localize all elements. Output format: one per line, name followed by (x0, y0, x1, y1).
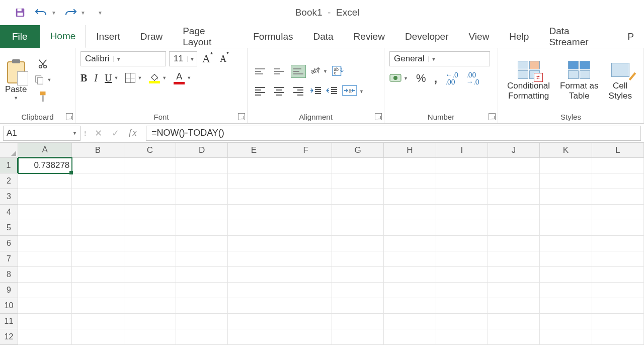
cell-B2[interactable] (72, 173, 124, 189)
cell-F7[interactable] (280, 251, 332, 267)
cell-E4[interactable] (228, 205, 280, 220)
alignment-launcher[interactable] (375, 113, 382, 120)
cell-I8[interactable] (436, 267, 488, 283)
cell-C2[interactable] (124, 173, 176, 189)
cell-L10[interactable] (592, 298, 644, 314)
borders-button[interactable] (125, 73, 135, 83)
column-header-C[interactable]: C (124, 143, 176, 158)
cell-K6[interactable] (540, 236, 592, 251)
fill-color-button[interactable] (149, 73, 160, 83)
tab-view[interactable]: View (459, 25, 500, 48)
cell-A3[interactable] (18, 189, 72, 205)
select-all-corner[interactable] (0, 143, 18, 158)
copy-dropdown[interactable]: ▼ (47, 77, 51, 82)
row-header-1[interactable]: 1 (0, 158, 18, 173)
cell-K11[interactable] (540, 314, 592, 329)
cell-F10[interactable] (280, 298, 332, 314)
cell-I2[interactable] (436, 173, 488, 189)
cell-D1[interactable] (176, 158, 228, 173)
redo-button[interactable] (63, 6, 77, 20)
accounting-format-button[interactable] (389, 72, 401, 85)
format-painter-button[interactable] (37, 90, 48, 104)
cell-D5[interactable] (176, 220, 228, 236)
copy-button[interactable] (34, 74, 45, 85)
column-header-J[interactable]: J (488, 143, 540, 158)
cell-F11[interactable] (280, 314, 332, 329)
cell-F5[interactable] (280, 220, 332, 236)
align-bottom-button[interactable] (291, 65, 306, 78)
cell-J12[interactable] (488, 329, 540, 345)
cell-C10[interactable] (124, 298, 176, 314)
cell-F12[interactable] (280, 329, 332, 345)
cell-L2[interactable] (592, 173, 644, 189)
cell-L4[interactable] (592, 205, 644, 220)
cell-D4[interactable] (176, 205, 228, 220)
cell-I11[interactable] (436, 314, 488, 329)
font-size-combo[interactable]: 11▼ (169, 51, 197, 66)
cell-B9[interactable] (72, 283, 124, 298)
cell-K8[interactable] (540, 267, 592, 283)
cell-I12[interactable] (436, 329, 488, 345)
cell-A7[interactable] (18, 251, 72, 267)
cell-G8[interactable] (332, 267, 384, 283)
tab-home[interactable]: Home (40, 25, 87, 48)
cell-J10[interactable] (488, 298, 540, 314)
cell-D8[interactable] (176, 267, 228, 283)
cell-D7[interactable] (176, 251, 228, 267)
cell-C4[interactable] (124, 205, 176, 220)
cell-H11[interactable] (384, 314, 436, 329)
cell-C7[interactable] (124, 251, 176, 267)
cell-H1[interactable] (384, 158, 436, 173)
cell-C6[interactable] (124, 236, 176, 251)
cell-L3[interactable] (592, 189, 644, 205)
cell-E3[interactable] (228, 189, 280, 205)
cell-B3[interactable] (72, 189, 124, 205)
decrease-font-button[interactable]: A▾ (218, 54, 231, 64)
cell-I9[interactable] (436, 283, 488, 298)
cell-B10[interactable] (72, 298, 124, 314)
increase-font-button[interactable]: A▴ (200, 52, 215, 65)
cell-H6[interactable] (384, 236, 436, 251)
tab-page-layout[interactable]: Page Layout (173, 25, 243, 48)
cell-L6[interactable] (592, 236, 644, 251)
cell-E1[interactable] (228, 158, 280, 173)
cell-G1[interactable] (332, 158, 384, 173)
cell-I7[interactable] (436, 251, 488, 267)
cell-B11[interactable] (72, 314, 124, 329)
cell-C12[interactable] (124, 329, 176, 345)
cell-G7[interactable] (332, 251, 384, 267)
cell-J6[interactable] (488, 236, 540, 251)
row-header-10[interactable]: 10 (0, 298, 18, 314)
comma-style-button[interactable]: , (434, 71, 437, 85)
cell-H2[interactable] (384, 173, 436, 189)
italic-button[interactable]: I (94, 72, 98, 84)
wrap-text-button[interactable]: abc (332, 64, 345, 79)
cell-F9[interactable] (280, 283, 332, 298)
cell-C9[interactable] (124, 283, 176, 298)
cell-H9[interactable] (384, 283, 436, 298)
cell-C1[interactable] (124, 158, 176, 173)
cell-E2[interactable] (228, 173, 280, 189)
borders-dropdown[interactable]: ▼ (137, 75, 142, 80)
cell-G6[interactable] (332, 236, 384, 251)
cell-G9[interactable] (332, 283, 384, 298)
font-color-button[interactable]: A (174, 71, 185, 84)
undo-button[interactable] (34, 6, 48, 20)
cell-G11[interactable] (332, 314, 384, 329)
qat-customize[interactable]: ▼ (98, 6, 103, 20)
column-header-D[interactable]: D (176, 143, 228, 158)
cell-B6[interactable] (72, 236, 124, 251)
cell-K3[interactable] (540, 189, 592, 205)
cell-A8[interactable] (18, 267, 72, 283)
cell-C3[interactable] (124, 189, 176, 205)
cell-A6[interactable] (18, 236, 72, 251)
accounting-dropdown[interactable]: ▼ (404, 76, 408, 81)
cell-K1[interactable] (540, 158, 592, 173)
row-header-9[interactable]: 9 (0, 283, 18, 298)
tab-help[interactable]: Help (499, 25, 539, 48)
align-middle-button[interactable] (272, 65, 287, 78)
underline-dropdown[interactable]: ▼ (114, 75, 118, 80)
cell-A4[interactable] (18, 205, 72, 220)
merge-dropdown[interactable]: ▼ (359, 89, 364, 94)
cancel-formula-button[interactable]: ✕ (90, 126, 107, 141)
